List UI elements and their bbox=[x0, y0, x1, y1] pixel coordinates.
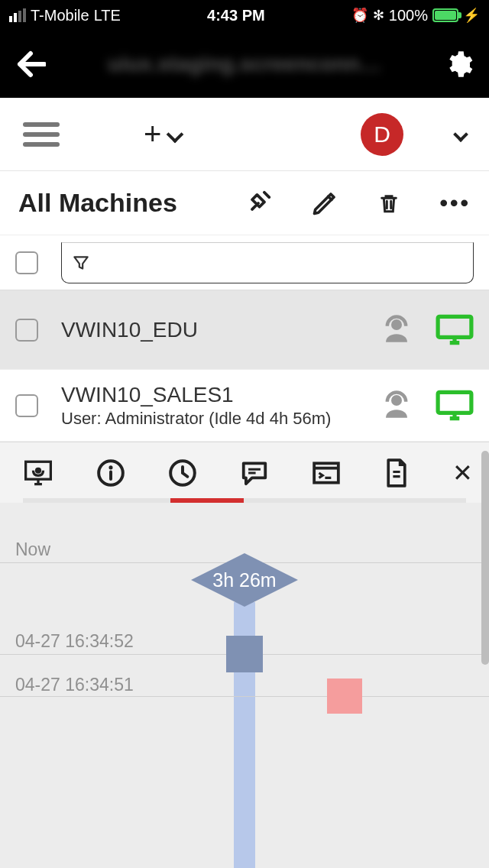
tab-screenshot[interactable] bbox=[23, 459, 53, 487]
row-checkbox[interactable] bbox=[15, 319, 38, 342]
toolbar: + D bbox=[0, 98, 489, 171]
battery-pct: 100% bbox=[389, 7, 428, 24]
clock-label: 4:43 PM bbox=[207, 7, 265, 24]
connect-button[interactable] bbox=[244, 189, 273, 218]
online-monitor-icon bbox=[436, 314, 474, 346]
timeline-pane[interactable]: Now 3h 26m 04-27 16:34:52 04-27 16:34:51 bbox=[0, 503, 489, 868]
carrier-label: T-Mobile bbox=[31, 7, 89, 24]
agent-icon bbox=[381, 314, 413, 346]
tab-info[interactable] bbox=[96, 458, 125, 487]
section-header: All Machines ••• bbox=[0, 171, 489, 235]
timeline-gridline bbox=[0, 696, 489, 697]
bluetooth-icon: ✻ bbox=[373, 7, 384, 24]
menu-button[interactable] bbox=[23, 122, 60, 147]
agent-icon bbox=[381, 390, 413, 422]
edit-button[interactable] bbox=[311, 189, 338, 217]
timeline-event-host[interactable] bbox=[226, 636, 263, 672]
row-checkbox[interactable] bbox=[15, 394, 38, 417]
select-all-checkbox[interactable] bbox=[15, 251, 38, 274]
page-title-blurred: uiux.staging.screenconn… bbox=[108, 52, 381, 76]
machine-row[interactable]: VWIN10_EDU bbox=[0, 290, 489, 370]
tab-timeline[interactable] bbox=[168, 458, 197, 487]
plus-icon: + bbox=[144, 117, 161, 151]
timeline-current-marker[interactable]: 3h 26m bbox=[191, 553, 298, 607]
user-avatar[interactable]: D bbox=[361, 113, 403, 156]
timeline-timestamp: 04-27 16:34:52 bbox=[15, 631, 134, 652]
filter-input[interactable] bbox=[61, 242, 474, 283]
filter-row bbox=[0, 235, 489, 290]
network-label: LTE bbox=[94, 7, 121, 24]
timeline-now-label: Now bbox=[15, 539, 50, 560]
section-title: All Machines bbox=[18, 188, 206, 218]
svg-point-2 bbox=[391, 395, 402, 406]
detail-tabs: ✕ bbox=[0, 442, 489, 503]
machine-name: VWIN10_SALES1 bbox=[61, 383, 358, 407]
chevron-down-icon bbox=[167, 125, 184, 143]
app-header: uiux.staging.screenconn… bbox=[0, 31, 489, 98]
user-menu-chevron[interactable] bbox=[453, 127, 468, 142]
svg-rect-1 bbox=[438, 316, 471, 337]
status-bar: T-Mobile LTE 4:43 PM ⏰ ✻ 100% ⚡ bbox=[0, 0, 489, 31]
charging-icon: ⚡ bbox=[463, 7, 480, 24]
machine-row[interactable]: VWIN10_SALES1 User: Administrator (Idle … bbox=[0, 370, 489, 442]
settings-button[interactable] bbox=[443, 49, 474, 79]
tab-commands[interactable] bbox=[312, 460, 341, 486]
svg-rect-3 bbox=[438, 392, 471, 413]
filter-icon bbox=[71, 251, 91, 274]
more-button[interactable]: ••• bbox=[439, 190, 471, 216]
alarm-icon: ⏰ bbox=[351, 7, 368, 24]
tab-messages[interactable] bbox=[240, 459, 269, 487]
timeline-timestamp: 04-27 16:34:51 bbox=[15, 675, 134, 695]
battery-icon bbox=[432, 8, 458, 22]
close-details-button[interactable]: ✕ bbox=[452, 458, 473, 487]
svg-point-5 bbox=[35, 467, 41, 473]
scroll-indicator bbox=[481, 451, 489, 665]
machine-name: VWIN10_EDU bbox=[61, 318, 358, 342]
machine-subtitle: User: Administrator (Idle 4d 4h 56m) bbox=[61, 409, 358, 429]
timeline-marker-label: 3h 26m bbox=[212, 569, 276, 591]
svg-point-7 bbox=[108, 465, 112, 469]
signal-icon bbox=[9, 8, 26, 22]
timeline-event-guest[interactable] bbox=[327, 679, 362, 714]
online-monitor-icon bbox=[436, 390, 474, 422]
svg-rect-9 bbox=[314, 463, 338, 482]
add-dropdown[interactable]: + bbox=[144, 117, 181, 151]
delete-button[interactable] bbox=[377, 188, 401, 219]
svg-point-0 bbox=[391, 319, 402, 330]
tab-notes[interactable] bbox=[384, 458, 410, 488]
back-button[interactable] bbox=[15, 50, 46, 78]
